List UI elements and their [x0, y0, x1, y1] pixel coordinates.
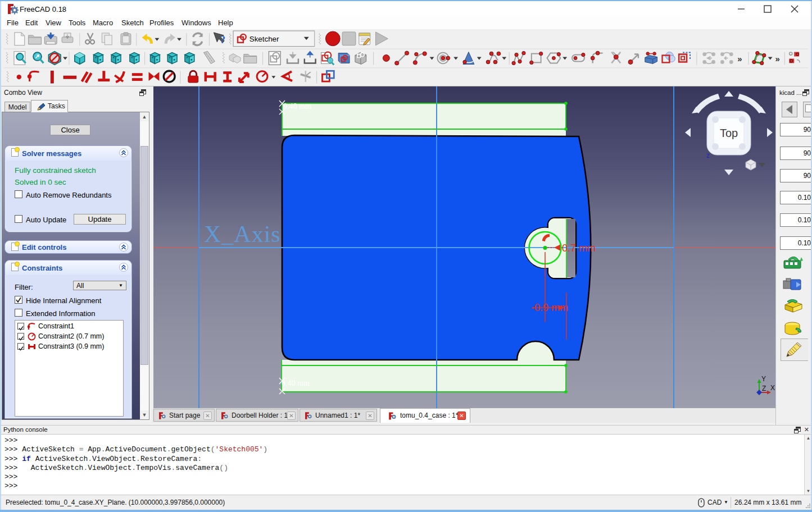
svg-text:-0.9 mm: -0.9 mm — [531, 302, 568, 313]
svg-text:z: z — [706, 152, 710, 159]
svg-text:»: » — [775, 54, 779, 63]
svg-text:»: » — [737, 54, 742, 63]
svg-text:X_Axis: X_Axis — [204, 221, 281, 247]
svg-text:0.40 mm: 0.40 mm — [282, 379, 310, 387]
svg-text:Sketcher: Sketcher — [250, 35, 279, 43]
svg-text:Z: Z — [762, 385, 766, 392]
svg-text:?: ? — [220, 33, 225, 45]
svg-text:0.40 mm: 0.40 mm — [283, 102, 311, 111]
svg-text:Y: Y — [761, 375, 766, 383]
svg-text:Top: Top — [720, 127, 738, 139]
svg-text:X: X — [770, 384, 775, 392]
svg-text:0.7 mm: 0.7 mm — [562, 243, 596, 254]
